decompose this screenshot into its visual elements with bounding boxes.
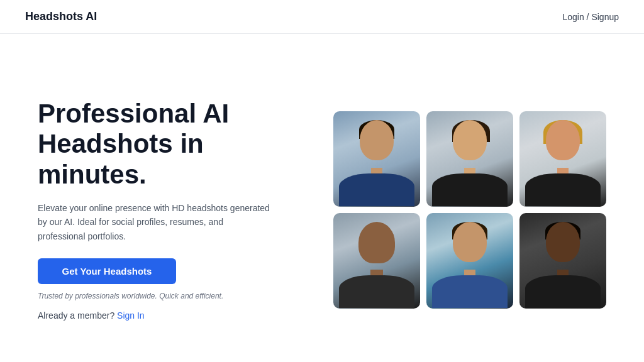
sign-in-link[interactable]: Sign In — [117, 310, 145, 321]
headshot-photo-3 — [519, 111, 606, 207]
headshot-photo-1 — [333, 111, 420, 207]
headshot-photo-5 — [426, 213, 513, 309]
hero-left: Professional AI Headshots in minutes. El… — [38, 99, 302, 321]
trust-text: Trusted by professionals worldwide. Quic… — [38, 292, 302, 300]
headshot-photo-6 — [519, 213, 606, 309]
photo-grid — [333, 111, 606, 309]
login-signup-link[interactable]: Login / Signup — [562, 12, 619, 22]
cta-button[interactable]: Get Your Headshots — [38, 258, 176, 284]
headshot-photo-2 — [426, 111, 513, 207]
hero-headline: Professional AI Headshots in minutes. — [38, 99, 302, 190]
main-content: Professional AI Headshots in minutes. El… — [0, 34, 644, 360]
nav-logo: Headshots AI — [25, 10, 97, 23]
already-member-text: Already a member? Sign In — [38, 310, 302, 321]
navbar: Headshots AI Login / Signup — [0, 0, 644, 34]
hero-subtext: Elevate your online presence with HD hea… — [38, 201, 270, 243]
headshot-photo-4 — [333, 213, 420, 309]
